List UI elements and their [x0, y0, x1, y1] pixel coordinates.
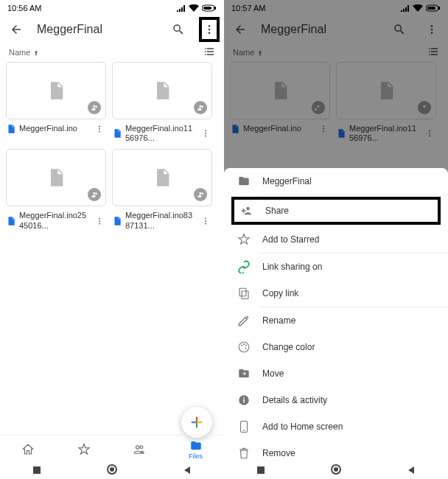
svg-point-42 [243, 397, 245, 399]
sheet-remove-label: Remove [262, 448, 295, 458]
document-icon [46, 165, 66, 190]
sheet-homescreen[interactable]: Add to Home screen [224, 413, 448, 440]
file-tile[interactable]: MeggerFinal.ino1156976... [112, 62, 212, 143]
file-more-button[interactable] [199, 129, 212, 138]
file-more-button[interactable] [93, 217, 106, 225]
copy-icon [237, 287, 251, 300]
svg-point-15 [205, 217, 206, 219]
file-type-icon [6, 124, 16, 134]
nav-starred[interactable] [77, 443, 91, 456]
nav-home[interactable] [21, 443, 35, 456]
document-icon [46, 78, 66, 103]
sheet-move[interactable]: Move [224, 360, 448, 387]
svg-rect-34 [239, 288, 246, 296]
sheet-share-label: Share [265, 206, 289, 216]
sheet-share[interactable]: Share [231, 197, 441, 225]
system-nav [0, 463, 224, 479]
wifi-icon [189, 4, 199, 12]
nav-files-label: Files [189, 452, 203, 460]
more-button[interactable] [199, 17, 220, 42]
svg-point-14 [99, 223, 100, 224]
home-button[interactable] [331, 464, 341, 478]
svg-point-7 [99, 128, 100, 130]
sheet-color[interactable]: Change color [224, 334, 448, 360]
sheet-starred[interactable]: Add to Starred [224, 226, 448, 253]
sheet-rename-label: Rename [262, 315, 295, 326]
sheet-color-label: Change color [262, 342, 315, 352]
circle-icon [331, 464, 341, 475]
back-button-sys[interactable] [407, 464, 416, 478]
info-icon [237, 394, 251, 407]
sheet-details[interactable]: Details & activity [224, 387, 448, 413]
file-more-button[interactable] [199, 217, 212, 225]
sheet-folder-name: MeggerFinal [262, 176, 312, 186]
svg-point-11 [205, 136, 206, 137]
file-more-button[interactable] [93, 125, 106, 133]
nav-shared[interactable] [133, 443, 146, 456]
left-screenshot: 10:56 AM MeggerFinal Name [0, 0, 224, 479]
file-tile[interactable]: MeggerFinal.ino8387131... [112, 149, 212, 230]
shared-badge-icon [194, 188, 207, 201]
files-grid: MeggerFinal.ino MeggerFinal.ino1156976..… [0, 62, 224, 231]
home-button[interactable] [107, 464, 117, 478]
sort-label[interactable]: Name [9, 48, 30, 57]
sheet-remove[interactable]: Remove [224, 440, 448, 463]
home-icon [21, 443, 35, 456]
right-screenshot: 10:57 AM MeggerFinal Name [224, 0, 448, 479]
sheet-link[interactable]: Link sharing on [224, 254, 448, 280]
shared-badge-icon [194, 101, 207, 114]
recents-button[interactable] [256, 464, 265, 478]
search-icon [172, 23, 185, 36]
star-icon [77, 443, 91, 456]
svg-point-47 [334, 467, 338, 472]
file-name: MeggerFinal.ino2545016... [19, 211, 90, 230]
sheet-copy[interactable]: Copy link [224, 280, 448, 307]
phone-icon [237, 420, 251, 433]
svg-rect-41 [243, 399, 245, 403]
more-vert-icon [95, 125, 104, 133]
back-button-sys[interactable] [183, 464, 192, 478]
file-tile[interactable]: MeggerFinal.ino2545016... [6, 149, 106, 230]
svg-point-37 [243, 343, 245, 345]
view-toggle[interactable] [203, 46, 215, 59]
fab-new[interactable] [181, 407, 212, 438]
file-thumbnail [6, 149, 106, 206]
sheet-rename[interactable]: Rename [224, 307, 448, 334]
svg-point-5 [209, 32, 211, 34]
file-tile[interactable]: MeggerFinal.ino [6, 62, 106, 143]
file-name: MeggerFinal.ino1156976... [125, 124, 196, 143]
svg-point-10 [205, 133, 206, 134]
svg-point-38 [245, 345, 247, 346]
list-view-icon [203, 46, 215, 57]
svg-rect-2 [203, 7, 211, 10]
trash-icon [237, 447, 251, 460]
sheet-details-label: Details & activity [262, 395, 327, 405]
circle-icon [107, 464, 117, 475]
link-icon [237, 260, 251, 273]
file-type-icon [112, 128, 122, 139]
nav-files[interactable]: Files [189, 439, 203, 460]
file-name: MeggerFinal.ino [19, 124, 90, 133]
sheet-homescreen-label: Add to Home screen [262, 422, 343, 432]
sort-header: Name [0, 43, 224, 62]
sheet-move-label: Move [262, 368, 284, 379]
app-bar: MeggerFinal [0, 16, 224, 43]
folder-icon [237, 175, 251, 188]
search-button[interactable] [167, 18, 190, 41]
recents-button[interactable] [32, 464, 41, 478]
svg-point-6 [99, 126, 100, 127]
sheet-title-row: MeggerFinal [224, 168, 448, 195]
palette-icon [237, 340, 251, 354]
signal-icon [177, 4, 186, 12]
pencil-icon [237, 314, 251, 327]
file-name: MeggerFinal.ino8387131... [125, 211, 196, 230]
clock: 10:56 AM [7, 4, 41, 13]
file-thumbnail [112, 62, 212, 119]
square-icon [32, 466, 41, 475]
status-bar: 10:56 AM [0, 0, 224, 16]
more-vert-icon [95, 217, 104, 225]
back-button[interactable] [4, 18, 28, 41]
svg-point-12 [99, 217, 100, 219]
svg-point-39 [245, 348, 246, 349]
svg-point-13 [99, 220, 100, 222]
